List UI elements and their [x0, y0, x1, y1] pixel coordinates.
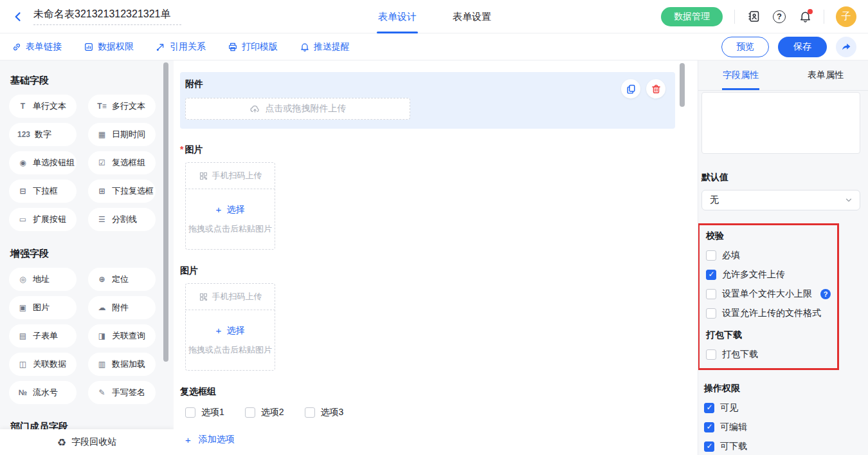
- default-value-select[interactable]: 无: [701, 190, 860, 210]
- form-designer-app: 未命名表321321312321321单 表单设计 表单设置 数据管理 ?: [0, 0, 868, 455]
- field-checkbox-group[interactable]: 复选框组 选项1 选项2 选项3 + 添加选项: [180, 386, 698, 445]
- form-link-button[interactable]: 表单链接: [12, 41, 62, 53]
- basic-fields-grid: T单行文本 T≡多行文本 123数字 ▦日期时间 ◉单选按钮组 ☑复选框组 ⊟下…: [9, 95, 174, 231]
- attachment-icon: ☁: [96, 303, 107, 312]
- field-pill-multi-line-text[interactable]: T≡多行文本: [88, 95, 156, 118]
- checkbox[interactable]: [305, 407, 315, 418]
- delete-field-button[interactable]: [646, 79, 665, 98]
- field-pill-radio-group[interactable]: ◉单选按钮组: [9, 151, 77, 174]
- print-template-button[interactable]: 打印模版: [228, 41, 278, 53]
- image-select-link[interactable]: +选择: [216, 325, 245, 337]
- field-pill-divider[interactable]: ☰分割线: [88, 208, 156, 231]
- permission-row-visible: 可见: [704, 402, 860, 414]
- contact-book-icon[interactable]: [746, 10, 761, 24]
- copy-field-button[interactable]: [621, 79, 640, 98]
- checkbox[interactable]: [704, 441, 714, 452]
- package-download-row: 打包下载: [706, 349, 832, 360]
- image-pick-dropzone[interactable]: +选择 拖拽或点击后粘贴图片: [185, 310, 275, 371]
- canvas-scrollbar[interactable]: [680, 63, 685, 107]
- data-manage-button[interactable]: 数据管理: [661, 7, 723, 26]
- reference-relation-button[interactable]: 引用关系: [156, 41, 206, 53]
- validation-row-required: 必填: [706, 250, 832, 261]
- checkbox[interactable]: [706, 289, 716, 299]
- field-image-required[interactable]: *图片 手机扫码上传 +选择 拖拽或点击后粘贴图片: [180, 144, 698, 250]
- field-description-textarea[interactable]: [701, 92, 860, 154]
- checkbox[interactable]: [706, 349, 716, 360]
- header-right: 数据管理 ? 子: [661, 6, 856, 27]
- checkbox-option-label: 选项1: [201, 407, 224, 418]
- field-pill-signature[interactable]: ✎手写签名: [88, 381, 156, 404]
- tab-form-design[interactable]: 表单设计: [378, 0, 417, 33]
- pill-label: 子表单: [33, 330, 58, 342]
- help-icon[interactable]: ?: [772, 10, 786, 24]
- data-permission-button[interactable]: 数据权限: [84, 41, 134, 53]
- field-pill-relation-query[interactable]: ◨关联查询: [88, 324, 156, 348]
- header-divider: [734, 10, 735, 24]
- tab-form-settings[interactable]: 表单设置: [453, 0, 491, 33]
- copy-icon: [626, 84, 637, 95]
- field-pill-checkbox-group[interactable]: ☑复选框组: [88, 151, 156, 174]
- field-pill-image[interactable]: ▣图片: [9, 296, 77, 319]
- field-pill-single-line-text[interactable]: T单行文本: [9, 95, 77, 118]
- user-avatar[interactable]: 子: [836, 6, 856, 27]
- field-image[interactable]: 图片 手机扫码上传 +选择 拖拽或点击后粘贴图片: [180, 265, 698, 371]
- checkbox[interactable]: [704, 422, 714, 432]
- preview-button[interactable]: 预览: [721, 37, 769, 57]
- pill-label: 附件: [112, 302, 129, 313]
- serial-number-icon: №: [17, 388, 28, 397]
- checkbox[interactable]: [704, 403, 714, 413]
- checkbox[interactable]: [706, 250, 716, 261]
- image-pick-dropzone[interactable]: +选择 拖拽或点击后粘贴图片: [185, 189, 275, 250]
- tab-form-properties[interactable]: 表单属性: [783, 60, 868, 90]
- field-library-sidebar: 基础字段 T单行文本 T≡多行文本 123数字 ▦日期时间 ◉单选按钮组 ☑复选…: [0, 60, 174, 455]
- tab-field-properties[interactable]: 字段属性: [698, 60, 783, 90]
- field-pill-locate[interactable]: ⊕定位: [88, 268, 156, 291]
- checkbox[interactable]: [706, 308, 716, 319]
- push-reminder-button[interactable]: 推送提醒: [300, 41, 350, 53]
- notification-bell-icon[interactable]: [798, 10, 812, 24]
- image-select-link[interactable]: +选择: [216, 204, 245, 216]
- notification-dot: [808, 9, 813, 14]
- pill-label: 单选按钮组: [33, 157, 75, 169]
- share-button[interactable]: [836, 37, 856, 57]
- scan-upload-button[interactable]: 手机扫码上传: [185, 162, 275, 189]
- checkbox[interactable]: [245, 407, 255, 418]
- image-upload-widget: 手机扫码上传 +选择 拖拽或点击后粘贴图片: [185, 162, 275, 250]
- pill-label: 日期时间: [112, 129, 145, 140]
- add-option-button[interactable]: + 添加选项: [185, 434, 698, 445]
- field-pill-relation-data[interactable]: ◫关联数据: [9, 353, 77, 376]
- checkbox-option-label: 选项2: [261, 407, 284, 418]
- checkbox-option-3: 选项3: [305, 407, 344, 418]
- number-icon: 123: [17, 130, 30, 139]
- address-icon: ◎: [17, 275, 28, 284]
- header-left: 未命名表321321312321321单: [12, 8, 181, 25]
- save-button[interactable]: 保存: [778, 37, 827, 57]
- back-button[interactable]: [12, 10, 26, 24]
- field-recycle-bin-button[interactable]: ♻ 字段回收站: [0, 429, 174, 455]
- field-pill-data-load[interactable]: ▥数据加载: [88, 353, 156, 376]
- field-pill-extend-button[interactable]: ▭扩展按钮: [9, 208, 77, 231]
- checkbox-option-1: 选项1: [185, 407, 224, 418]
- field-pill-subform[interactable]: ▤子表单: [9, 324, 77, 348]
- multi-select-icon: ⊞: [96, 187, 107, 196]
- field-pill-select[interactable]: ⊟下拉框: [9, 180, 77, 203]
- checkbox[interactable]: [185, 407, 195, 418]
- field-pill-multi-select[interactable]: ⊞下拉复选框: [88, 180, 156, 203]
- pill-label: 数字: [35, 129, 51, 140]
- attachment-upload-hint: 点击或拖拽附件上传: [266, 103, 347, 115]
- help-question-icon[interactable]: ?: [820, 289, 831, 299]
- form-title[interactable]: 未命名表321321312321321单: [33, 8, 181, 25]
- checkbox[interactable]: [706, 270, 716, 280]
- field-pill-datetime[interactable]: ▦日期时间: [88, 123, 156, 146]
- section-title-basic-fields: 基础字段: [10, 75, 174, 87]
- sidebar-scrollbar[interactable]: [163, 62, 168, 362]
- selected-field-card-attachment[interactable]: 附件 点击或拖拽附件上传: [180, 72, 675, 129]
- field-pill-serial-number[interactable]: №流水号: [9, 381, 77, 404]
- field-pill-address[interactable]: ◎地址: [9, 268, 77, 291]
- field-pill-attachment[interactable]: ☁附件: [88, 296, 156, 319]
- attachment-upload-dropzone[interactable]: 点击或拖拽附件上传: [185, 98, 410, 120]
- permission-row-editable: 可编辑: [704, 422, 860, 433]
- field-pill-number[interactable]: 123数字: [9, 123, 77, 146]
- scan-upload-button[interactable]: 手机扫码上传: [185, 283, 275, 310]
- required-mark: *: [180, 144, 183, 154]
